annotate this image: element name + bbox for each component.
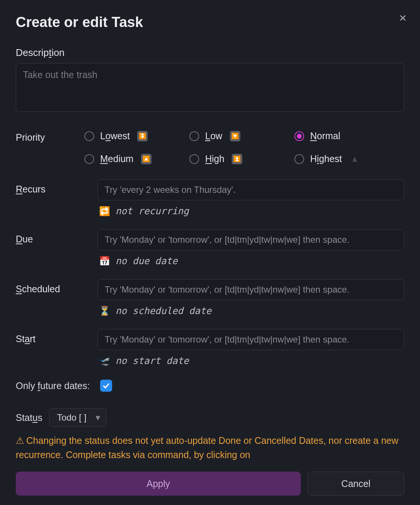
start-label: Start [16, 329, 98, 344]
priority-level-icon: ⏫ [232, 154, 242, 164]
radio-label: Medium [100, 153, 134, 164]
radio-label: Low [205, 131, 222, 141]
chevron-down-icon: ▾ [96, 412, 100, 423]
description-input[interactable] [16, 63, 404, 112]
scheduled-label: Scheduled [16, 279, 98, 295]
scheduled-input[interactable] [98, 279, 404, 300]
status-label: Status [16, 412, 42, 423]
priority-level-icon: ▲ [350, 154, 360, 164]
start-input[interactable] [98, 329, 404, 350]
plane-departure-icon: 🛫 [99, 356, 110, 366]
radio-icon [189, 154, 199, 164]
check-icon [102, 382, 110, 390]
priority-level-icon: 🔽 [230, 131, 240, 141]
priority-lowest[interactable]: Lowest⏬ [84, 131, 189, 141]
due-hint: 📅 no due date [98, 256, 404, 266]
radio-label: High [205, 153, 224, 164]
priority-normal[interactable]: Normal [294, 131, 399, 141]
radio-icon [294, 131, 304, 141]
radio-icon [189, 131, 199, 141]
warning-icon: ⚠ [16, 435, 24, 446]
recurs-input[interactable] [98, 179, 404, 200]
close-button[interactable]: × [399, 11, 406, 24]
priority-label: Priority [16, 131, 84, 164]
priority-radio-group: Lowest⏬Low🔽NormalMedium🔼High⏫Highest▲ [84, 131, 399, 164]
calendar-icon: 📅 [99, 256, 110, 266]
hourglass-icon: ⏳ [99, 306, 110, 316]
repeat-icon: 🔁 [99, 206, 110, 216]
radio-icon [294, 154, 304, 164]
radio-label: Highest [310, 153, 342, 164]
radio-label: Normal [310, 131, 340, 141]
priority-level-icon: 🔼 [141, 154, 152, 164]
apply-button[interactable]: Apply [16, 472, 301, 496]
description-label: Description [16, 47, 404, 59]
due-label: Due [16, 229, 98, 245]
priority-highest[interactable]: Highest▲ [294, 153, 399, 164]
cancel-button[interactable]: Cancel [308, 472, 404, 496]
start-hint: 🛫 no start date [98, 355, 404, 366]
priority-level-icon: ⏬ [137, 131, 148, 141]
radio-icon [84, 154, 94, 164]
priority-low[interactable]: Low🔽 [189, 131, 294, 141]
future-dates-checkbox[interactable] [100, 380, 112, 392]
radio-icon [84, 131, 94, 141]
task-modal: × Create or edit Task Description Priori… [0, 0, 420, 505]
recurs-label: Recurs [16, 179, 98, 195]
future-dates-label: Only future dates: [16, 380, 90, 391]
scheduled-hint: ⏳ no scheduled date [98, 305, 404, 316]
priority-medium[interactable]: Medium🔼 [84, 153, 189, 164]
status-warning: ⚠Changing the status does not yet auto-u… [16, 434, 404, 462]
status-select[interactable]: Todo [ ] ▾ [49, 408, 106, 427]
modal-title: Create or edit Task [16, 14, 404, 30]
radio-label: Lowest [100, 131, 130, 141]
priority-high[interactable]: High⏫ [189, 153, 294, 164]
recurs-hint: 🔁 not recurring [98, 206, 404, 216]
due-input[interactable] [98, 229, 404, 250]
